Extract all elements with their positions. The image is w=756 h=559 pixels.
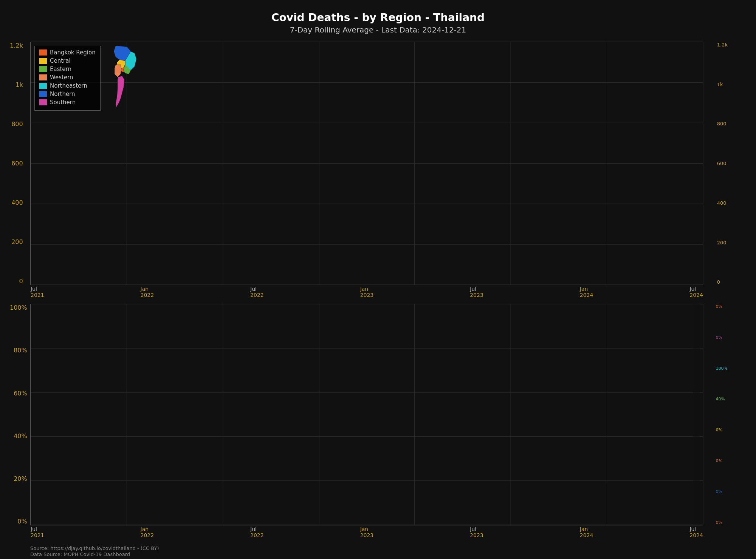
legend-color-northern [39,91,47,97]
upper-y-axis-left: 1.2k 1k 800 600 400 200 0 [10,42,23,285]
legend-label-central: Central [50,57,71,64]
map-svg [99,44,148,119]
lower-y-axis-left: 100% 80% 60% 40% 20% 0% [10,304,27,525]
legend-color-western [39,74,47,80]
svg-rect-44 [693,304,700,525]
legend-color-bangkok [39,49,47,56]
charts-wrapper: Bangkok Region Central Eastern Western N… [30,42,726,525]
lower-y-axis-right: 0% 0% 100% 40% 0% 0% 0% 0% [716,304,728,525]
thailand-map [99,44,148,119]
legend-label-northern: Northern [50,91,75,97]
chart-container: Covid Deaths - by Region - Thailand 7-Da… [0,0,756,559]
legend-color-eastern [39,66,47,72]
legend-item-central: Central [39,57,96,64]
legend-color-central [39,58,47,64]
legend-label-eastern: Eastern [50,66,71,73]
upper-x-axis: Jul2021 Jan2022 Jul2022 Jan2023 Jul2023 … [31,286,703,298]
legend-item-northern: Northern [39,91,96,97]
legend-item-eastern: Eastern [39,66,96,73]
legend-label-southern: Southern [50,99,76,106]
legend-item-bangkok: Bangkok Region [39,49,96,56]
legend-item-western: Western [39,74,96,81]
chart-subtitle: 7-Day Rolling Average - Last Data: 2024-… [30,25,726,34]
legend-label-bangkok: Bangkok Region [50,49,96,56]
legend-color-northeastern [39,83,47,89]
legend-item-southern: Southern [39,99,96,106]
legend-item-northeastern: Northeastern [39,82,96,89]
legend-color-southern [39,99,47,105]
lower-chart-svg [31,304,703,525]
upper-chart: Bangkok Region Central Eastern Western N… [30,42,703,285]
source-attribution: Source: https://djay.github.io/covidthai… [30,545,159,557]
lower-chart: 100% 80% 60% 40% 20% 0% 0% 0% 100% 40% 0… [30,304,703,525]
lower-x-axis: Jul2021 Jan2022 Jul2022 Jan2023 Jul2023 … [31,526,703,538]
chart-legend: Bangkok Region Central Eastern Western N… [34,46,101,111]
legend-label-western: Western [50,74,73,81]
upper-y-axis-right: 1.2k 1k 800 600 400 200 0 [717,42,728,285]
legend-label-northeastern: Northeastern [50,82,87,89]
chart-title: Covid Deaths - by Region - Thailand [30,11,726,24]
